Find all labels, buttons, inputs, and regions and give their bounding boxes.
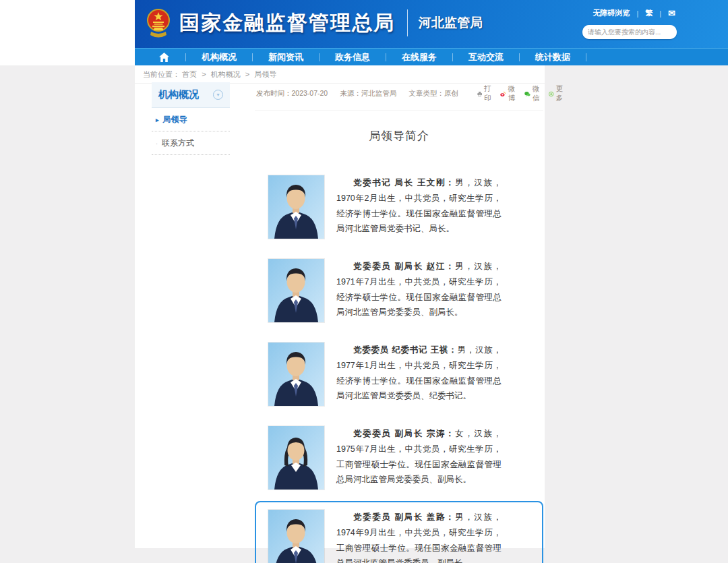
leader-bio: 党委委员 副局长 盖路：男，汉族，1974年9月出生，中共党员，研究生学历，工商… (336, 510, 502, 563)
leader-portrait-photo (268, 426, 324, 490)
leader-bio: 党委书记 局长 王文刚：男，汉族，1970年2月出生，中共党员，研究生学历，经济… (336, 175, 502, 239)
sidebar: 机构概况 ▾ ▸局领导·联系方式 (152, 82, 230, 155)
publish-date: 发布时间：2023-07-20 (256, 89, 328, 98)
leader-profile-row: 党委委员 副局长 宗涛：女，汉族，1975年7月出生，中共党员，研究生学历，工商… (255, 417, 543, 498)
article: 发布时间：2023-07-20 来源：河北监管局 文章类型：原创 打印 (255, 79, 543, 563)
nav-item[interactable]: 互动交流 (453, 51, 519, 63)
leader-portrait-photo (268, 343, 324, 406)
sidebar-item-label: 局领导 (163, 114, 187, 125)
breadcrumb-org-overview[interactable]: 机构概况 (211, 70, 241, 78)
main-nav: 机构概况新闻资讯政务信息在线服务互动交流统计数据 (135, 48, 728, 65)
leader-name-title: 党委书记 局长 王文刚： (353, 178, 455, 187)
leader-profile-row: 党委委员 纪委书记 王祺：男，汉族，1977年1月出生，中共党员，研究生学历，经… (255, 334, 543, 415)
leader-name-title: 党委委员 纪委书记 王祺： (353, 345, 457, 355)
nav-item[interactable]: 机构概况 (186, 51, 252, 63)
header-link-separator: | (659, 9, 661, 18)
sidebar-item-label: 联系方式 (162, 138, 194, 149)
leader-profile-row: 党委委员 副局长 盖路：男，汉族，1974年9月出生，中共党员，研究生学历，工商… (255, 501, 543, 563)
sidebar-items: ▸局领导·联系方式 (152, 108, 230, 155)
share-group: 打印 微博 微信 (471, 84, 566, 103)
leader-bio: 党委委员 副局长 赵江：男，汉族，1971年7月出生，中共党员，研究生学历，经济… (336, 259, 502, 322)
leader-photo (268, 343, 324, 406)
header-link-separator: | (636, 9, 638, 18)
agency-title: 国家金融监督管理总局 (179, 9, 395, 37)
national-emblem-logo (146, 5, 171, 40)
nav-item[interactable]: 统计数据 (520, 51, 586, 63)
leader-portrait-photo (268, 510, 324, 563)
site-brand: 国家金融监督管理总局 河北监管局 (146, 5, 483, 40)
bullet-icon: · (156, 140, 158, 147)
sidebar-item[interactable]: ▸局领导 (152, 108, 230, 131)
content-panel: 当前位置： 首页 > 机构概况 > 局领导 机构概况 ▾ ▸局领导·联系方式 发… (135, 65, 545, 548)
site-search (582, 25, 677, 39)
nav-item[interactable]: 在线服务 (386, 51, 452, 63)
nav-item[interactable]: 政务信息 (320, 51, 386, 63)
sidebar-title: 机构概况 (158, 88, 199, 101)
bureau-title: 河北监管局 (419, 14, 483, 32)
accessibility-link[interactable]: 无障碍浏览 (593, 8, 630, 18)
leader-name-title: 党委委员 副局长 宗涛： (353, 429, 455, 438)
article-type: 文章类型：原创 (408, 89, 458, 98)
active-arrow-icon: ▸ (156, 117, 159, 123)
chevron-down-icon: ▾ (213, 90, 223, 100)
article-source: 来源：河北监管局 (340, 89, 396, 98)
nav-home-button[interactable] (135, 53, 185, 62)
leader-photo (268, 510, 324, 563)
mail-icon[interactable]: ✉ (668, 8, 675, 18)
leader-name-title: 党委委员 副局长 赵江： (353, 262, 455, 271)
leader-name-title: 党委委员 副局长 盖路： (353, 512, 455, 522)
leaders-list: 党委书记 局长 王文刚：男，汉族，1970年2月出生，中共党员，研究生学历，经济… (255, 167, 543, 563)
more-share-button[interactable]: 更多 (549, 84, 566, 103)
breadcrumb-home[interactable]: 首页 (182, 70, 197, 78)
leader-photo (268, 259, 324, 322)
breadcrumb-label: 当前位置： (143, 70, 180, 78)
search-input[interactable] (582, 25, 677, 39)
traditional-chinese-link[interactable]: 繁 (645, 8, 653, 18)
article-meta: 发布时间：2023-07-20 来源：河北监管局 文章类型：原创 打印 (255, 79, 543, 111)
breadcrumb-separator: > (202, 70, 206, 78)
leader-profile-row: 党委书记 局长 王文刚：男，汉族，1970年2月出生，中共党员，研究生学历，经济… (255, 167, 543, 247)
leader-profile-row: 党委委员 副局长 赵江：男，汉族，1971年7月出生，中共党员，研究生学历，经济… (255, 250, 543, 331)
brand-divider (407, 9, 408, 36)
weibo-icon (500, 90, 506, 98)
nav-item[interactable]: 新闻资讯 (253, 51, 319, 63)
nav-separator (586, 53, 586, 61)
wechat-share-button[interactable]: 微信 (524, 84, 543, 103)
leader-photo (268, 175, 324, 239)
more-icon (549, 90, 553, 98)
sidebar-item[interactable]: ·联系方式 (152, 131, 230, 155)
leader-portrait-photo (268, 259, 324, 322)
leader-portrait-photo (268, 175, 324, 239)
site-header: 国家金融监督管理总局 河北监管局 无障碍浏览 | 繁 | ✉ (135, 0, 728, 48)
breadcrumb-separator: > (245, 70, 249, 78)
header-left-gutter (0, 0, 135, 65)
printer-icon (477, 90, 482, 98)
sidebar-header[interactable]: 机构概况 ▾ (152, 82, 230, 108)
leader-bio: 党委委员 纪委书记 王祺：男，汉族，1977年1月出生，中共党员，研究生学历，经… (336, 343, 502, 406)
leader-photo (268, 426, 324, 490)
breadcrumb-current: 局领导 (254, 70, 276, 78)
print-button[interactable]: 打印 (477, 84, 494, 103)
home-icon (159, 53, 169, 62)
header-links: 无障碍浏览 | 繁 | ✉ (593, 8, 675, 18)
weibo-share-button[interactable]: 微博 (500, 84, 518, 103)
page-title: 局领导简介 (255, 128, 543, 144)
leader-bio: 党委委员 副局长 宗涛：女，汉族，1975年7月出生，中共党员，研究生学历，工商… (336, 426, 502, 490)
wechat-icon (524, 90, 530, 98)
nav-items: 机构概况新闻资讯政务信息在线服务互动交流统计数据 (186, 49, 586, 65)
